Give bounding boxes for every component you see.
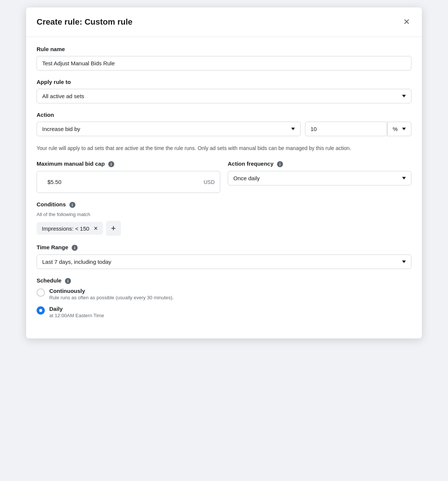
modal-title: Create rule: Custom rule: [37, 17, 133, 27]
action-frequency-section: Action frequency i Once daily: [228, 160, 411, 193]
schedule-radio-daily[interactable]: [37, 306, 45, 315]
max-bid-cap-section: Maximum manual bid cap i USD: [37, 160, 220, 193]
two-col-section: Maximum manual bid cap i USD Action freq…: [37, 160, 411, 193]
action-info-text: Your rule will apply to ad sets that are…: [37, 144, 411, 152]
schedule-continuously-label: Continuously: [49, 288, 174, 294]
rule-name-section: Rule name: [37, 46, 411, 71]
conditions-subtitle: All of the following match: [37, 212, 411, 217]
time-range-info-icon: i: [72, 245, 78, 251]
create-rule-modal: Create rule: Custom rule ✕ Rule name App…: [26, 7, 422, 338]
action-value-group: %: [305, 122, 411, 136]
schedule-section: Schedule i Continuously Rule runs as oft…: [37, 277, 411, 318]
max-bid-cap-label: Maximum manual bid cap i: [37, 160, 220, 167]
apply-rule-label: Apply rule to: [37, 79, 411, 85]
action-type-value: Increase bid by: [42, 126, 80, 132]
apply-rule-section: Apply rule to All active ad sets: [37, 79, 411, 103]
time-range-section: Time Range i Last 7 days, including toda…: [37, 244, 411, 269]
condition-tags: Impressions: < 150 × +: [37, 221, 411, 236]
time-range-dropdown[interactable]: Last 7 days, including today: [37, 254, 411, 269]
schedule-label: Schedule i: [37, 277, 411, 284]
schedule-options: Continuously Rule runs as often as possi…: [37, 288, 411, 318]
schedule-info-icon: i: [65, 278, 71, 284]
schedule-option-daily-text: Daily at 12:00AM Eastern Time: [49, 306, 104, 318]
condition-tag-impressions: Impressions: < 150 ×: [37, 222, 103, 235]
action-amount-input[interactable]: [305, 122, 387, 136]
apply-rule-dropdown[interactable]: All active ad sets: [37, 89, 411, 103]
action-row: Increase bid by %: [37, 122, 411, 136]
action-frequency-label: Action frequency i: [228, 160, 411, 167]
schedule-option-daily: Daily at 12:00AM Eastern Time: [37, 306, 411, 318]
schedule-daily-label: Daily: [49, 306, 104, 312]
close-button[interactable]: ✕: [402, 16, 411, 28]
max-bid-cap-input-wrap: USD: [37, 171, 220, 193]
conditions-section: Conditions i All of the following match …: [37, 201, 411, 236]
time-range-value: Last 7 days, including today: [42, 259, 111, 265]
schedule-continuously-sublabel: Rule runs as often as possible (usually …: [49, 295, 174, 300]
schedule-option-continuously: Continuously Rule runs as often as possi…: [37, 288, 411, 300]
conditions-label: Conditions i: [37, 201, 411, 208]
rule-name-input[interactable]: [37, 56, 411, 71]
action-frequency-chevron-icon: [402, 177, 406, 179]
action-section: Action Increase bid by %: [37, 112, 411, 136]
modal-header: Create rule: Custom rule ✕: [37, 16, 411, 28]
bid-cap-unit: USD: [203, 179, 215, 185]
action-unit-chevron-icon: [402, 128, 406, 130]
schedule-radio-continuously[interactable]: [37, 288, 45, 297]
schedule-daily-sublabel: at 12:00AM Eastern Time: [49, 313, 104, 318]
action-type-chevron-icon: [291, 128, 295, 130]
action-frequency-value: Once daily: [233, 175, 260, 181]
conditions-info-icon: i: [69, 202, 75, 208]
action-unit-value: %: [393, 126, 398, 132]
action-type-dropdown[interactable]: Increase bid by: [37, 122, 301, 136]
add-condition-button[interactable]: +: [106, 221, 121, 236]
condition-remove-button[interactable]: ×: [94, 225, 98, 232]
time-range-chevron-icon: [402, 260, 406, 263]
time-range-label: Time Range i: [37, 244, 411, 251]
header-divider: [26, 37, 422, 37]
rule-name-label: Rule name: [37, 46, 411, 52]
schedule-option-continuously-text: Continuously Rule runs as often as possi…: [49, 288, 174, 300]
action-frequency-dropdown[interactable]: Once daily: [228, 171, 411, 185]
action-frequency-info-icon: i: [277, 161, 283, 167]
action-label: Action: [37, 112, 411, 118]
max-bid-cap-input[interactable]: [42, 175, 203, 189]
max-bid-cap-info-icon: i: [108, 161, 114, 167]
apply-rule-chevron-icon: [402, 95, 406, 97]
apply-rule-value: All active ad sets: [42, 93, 84, 99]
action-unit-dropdown[interactable]: %: [387, 122, 411, 136]
condition-tag-text: Impressions: < 150: [42, 225, 89, 232]
